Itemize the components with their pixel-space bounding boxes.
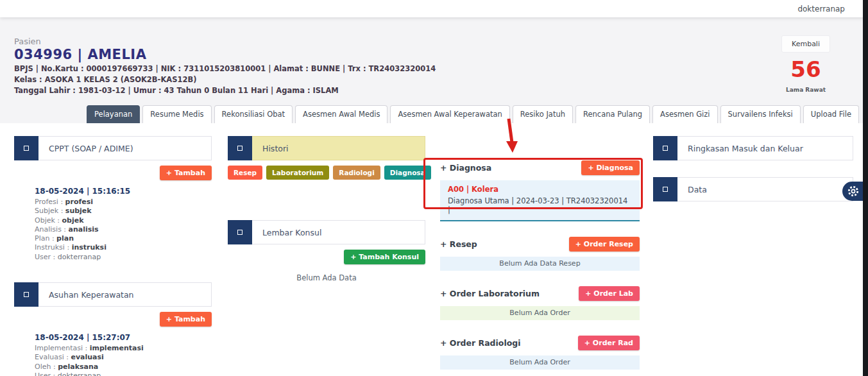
diagnosa-entry[interactable]: A00 | Kolera Diagnosa Utama | 2024-03-23… [440,180,640,221]
cppt-tambah-button[interactable]: + Tambah [160,166,212,180]
main-content: CPPT (SOAP / ADIME) + Tambah 18-05-2024 … [0,123,868,376]
lembar-konsul-card-header[interactable]: Lembar Konsul [228,220,425,244]
patient-birth-line: Tanggal Lahir : 1981-03-12 | Umur : 43 T… [14,86,436,95]
square-icon [237,230,243,235]
asuhan-card-header[interactable]: Asuhan Keperawatan [14,282,212,307]
lama-rawat-value: 56 [764,58,847,81]
diagnosa-add-button[interactable]: + Diagnosa [581,160,640,175]
asuhan-field: Olehpelaksana [35,363,212,372]
ringkasan-card-header[interactable]: Ringkasan Masuk dan Keluar [653,136,853,160]
order-lab-section-title: + Order Laboratorium [440,289,540,298]
cppt-card-header[interactable]: CPPT (SOAP / ADIME) [14,136,212,160]
patient-identity-line: BPJS | No.Kartu : 0000197669733 | NIK : … [14,64,436,73]
histori-card-icon [228,136,252,160]
tab-asesmen-gizi[interactable]: Asesmen Gizi [652,105,718,123]
cppt-field: Instruksiinstruksi [35,243,212,252]
cppt-field: Userdokterranap [35,253,212,262]
asuhan-card-title: Asuhan Keperawatan [38,282,212,307]
square-icon [663,187,668,192]
resep-section: + Resep + Order Resep Belum Ada Data Res… [440,237,640,271]
column-right-cards: Ringkasan Masuk dan Keluar Data [653,136,853,201]
tab-resume-medis[interactable]: Resume Medis [142,105,211,123]
asuhan-entry-datetime: 18-05-2024 | 15:27:07 [35,333,212,342]
asuhan-field: Implementasiimplementasi [35,344,212,353]
data-card-icon [653,177,677,201]
resep-empty-text: Belum Ada Data Resep [440,257,640,271]
data-card-header[interactable]: Data [653,177,853,201]
asuhan-field: Evaluasievaluasi [35,353,212,362]
ringkasan-card-title: Ringkasan Masuk dan Keluar [677,136,853,160]
square-icon [24,292,29,297]
order-rad-section: + Order Radiologi + Order Rad Belum Ada … [440,336,640,370]
ringkasan-card-icon [653,136,677,160]
tab-asesmen-awal-keperawatan[interactable]: Asesmen Awal Keperawatan [390,105,509,123]
cppt-card-icon [14,136,38,160]
histori-chip-row: Resep Laboratorium Radiologi Diagnosa [228,166,425,180]
diagnosa-section-title: + Diagnosa [440,163,491,173]
patient-name: 034996 | AMELIA [14,47,436,62]
column-histori: Histori Resep Laboratorium Radiologi Dia… [228,136,425,282]
patient-class-line: Kelas : ASOKA 1 KELAS 2 (ASOK2B-KAS12B) [14,75,436,84]
cppt-entry-datetime: 18-05-2024 | 15:16:15 [35,187,212,196]
patient-section-label: Pasien [14,37,436,46]
asuhan-card-icon [14,282,38,307]
order-rad-empty-text: Belum Ada Order [440,355,640,370]
kembali-button[interactable]: Kembali [781,35,830,53]
order-resep-button[interactable]: + Order Resep [569,237,640,252]
patient-info: Pasien 034996 | AMELIA BPJS | No.Kartu :… [14,37,436,95]
square-icon [237,146,243,151]
cppt-field: Planplan [35,234,212,243]
tab-bar: Pelayanan Resume Medis Rekonsiliasi Obat… [0,105,859,123]
stay-length-panel: Kembali 56 Lama Rawat [764,35,847,93]
tab-rencana-pulang[interactable]: Rencana Pulang [575,105,650,123]
diagnosa-detail: Diagnosa Utama | 2024-03-23 | TR24032320… [448,196,632,214]
right-edge-strip [863,0,868,376]
order-rad-button[interactable]: + Order Rad [578,336,640,350]
chip-radiologi[interactable]: Radiologi [333,166,380,180]
cppt-entry: 18-05-2024 | 15:16:15 Profesiprofesi Sub… [35,187,212,262]
tab-upload-file[interactable]: Upload File [803,105,859,123]
order-lab-section: + Order Laboratorium + Order Lab Belum A… [440,286,640,320]
chip-diagnosa[interactable]: Diagnosa [384,166,431,180]
lembar-konsul-card-icon [228,220,252,244]
column-cppt: CPPT (SOAP / ADIME) + Tambah 18-05-2024 … [14,136,212,376]
top-bar: dokterranap [0,0,868,17]
cppt-field: Profesiprofesi [35,198,212,207]
tambah-konsul-button[interactable]: + Tambah Konsul [344,250,425,264]
asuhan-field: Userdokterranap [35,372,212,376]
resep-section-title: + Resep [440,239,477,249]
column-orders: + Diagnosa + Diagnosa A00 | Kolera Diagn… [440,160,640,376]
tab-survailens-infeksi[interactable]: Survailens Infeksi [720,105,801,123]
user-menu[interactable]: dokterranap [797,4,845,13]
cppt-field: Subjeksubjek [35,207,212,216]
lembar-konsul-empty-text: Belum Ada Data [228,273,425,282]
chip-laboratorium[interactable]: Laboratorium [266,166,329,180]
settings-fab[interactable] [842,182,864,201]
order-lab-empty-text: Belum Ada Order [440,306,640,320]
order-rad-section-title: + Order Radiologi [440,338,521,348]
tab-resiko-jatuh[interactable]: Resiko Jatuh [513,105,573,123]
asuhan-entry: 18-05-2024 | 15:27:07 Implementasiimplem… [35,333,212,376]
chip-resep[interactable]: Resep [228,166,262,180]
order-lab-button[interactable]: + Order Lab [579,286,640,301]
histori-card-title: Histori [252,136,425,160]
asuhan-tambah-button[interactable]: + Tambah [160,312,212,327]
tab-pelayanan[interactable]: Pelayanan [87,105,140,123]
tab-rekonsiliasi-obat[interactable]: Rekonsiliasi Obat [214,105,293,123]
diagnosa-section: + Diagnosa + Diagnosa A00 | Kolera Diagn… [440,160,640,221]
cppt-card-title: CPPT (SOAP / ADIME) [38,136,212,160]
diagnosa-code: A00 | Kolera [448,185,632,194]
gear-icon [847,185,860,198]
tab-asesmen-awal-medis[interactable]: Asesmen Awal Medis [295,105,387,123]
cppt-field: Analisisanalisis [35,225,212,234]
patient-header: Pasien 034996 | AMELIA BPJS | No.Kartu :… [0,17,868,123]
lama-rawat-label: Lama Rawat [764,87,847,93]
data-card-title: Data [677,177,853,201]
square-icon [24,146,29,151]
histori-card-header[interactable]: Histori [228,136,425,160]
cppt-field: Objekobjek [35,216,212,225]
square-icon [663,146,668,151]
lembar-konsul-card-title: Lembar Konsul [252,220,425,244]
